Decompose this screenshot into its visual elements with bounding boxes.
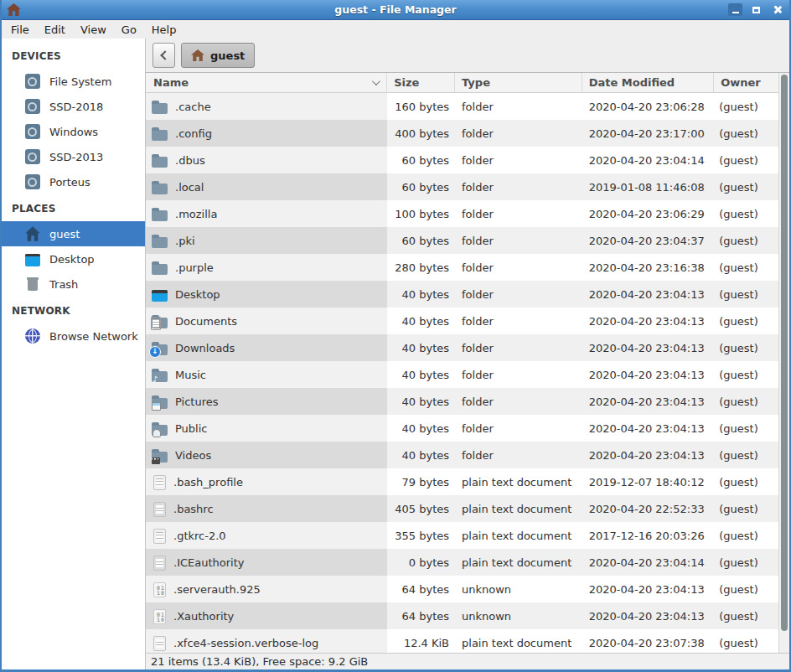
file-row[interactable]: Public 40 bytes folder 2020-04-20 23:04:… [146,415,789,442]
column-header-date-modified[interactable]: Date Modified [582,73,715,92]
file-type-cell: unknown [455,602,582,629]
file-row[interactable]: .local 60 bytes folder 2019-01-08 11:46:… [146,173,789,200]
file-row[interactable]: .bash_profile 79 bytes plain text docume… [146,468,789,495]
desktop-icon [152,290,168,302]
breadcrumb-guest-button[interactable]: guest [181,43,255,68]
file-name-cell[interactable]: .bashrc [146,495,387,522]
file-name-cell[interactable]: Videos [146,442,387,468]
drive-icon [25,124,40,139]
sidebar-item[interactable]: SSD-2018 [2,94,145,119]
file-size-cell: 40 bytes [387,281,455,308]
sidebar-item[interactable]: Trash [2,271,145,297]
file-row[interactable]: .bashrc 405 bytes plain text document 20… [146,495,789,522]
column-header-name[interactable]: Name [146,73,387,92]
file-size-cell: 60 bytes [387,147,455,173]
sidebar-item[interactable]: Porteus [2,169,145,194]
menu-item[interactable]: Help [144,22,184,38]
file-name-cell[interactable]: .mozilla [146,200,387,227]
file-name-cell[interactable]: .xfce4-session.verbose-log [146,629,387,653]
file-name-cell[interactable]: .pki [146,227,387,254]
menu-item[interactable]: Go [114,22,144,38]
file-row[interactable]: Downloads 40 bytes folder 2020-04-20 23:… [146,334,789,361]
file-row[interactable]: Documents 40 bytes folder 2020-04-20 23:… [146,308,789,334]
column-header-row: Name Size Type Date Modified Owner [146,73,789,93]
file-name: .dbus [175,154,205,167]
file-name-cell[interactable]: .Xauthority [146,602,387,629]
maximize-button[interactable] [749,3,763,16]
file-type-cell: folder [455,173,582,200]
file-name-cell[interactable]: .bash_profile [146,468,387,495]
scrollbar-thumb[interactable] [781,75,788,631]
column-header-name-label: Name [153,76,189,89]
file-size-cell: 40 bytes [387,442,455,468]
file-name-cell[interactable]: .purple [146,254,387,281]
sidebar-item[interactable]: Desktop [2,246,145,271]
file-name: .bash_profile [173,476,243,488]
file-row[interactable]: .pki 60 bytes folder 2020-04-20 23:04:37… [146,227,789,254]
file-name: Music [175,369,206,381]
file-row[interactable]: .serverauth.925 64 bytes unknown 2020-04… [146,576,789,602]
sidebar-item[interactable]: File System [2,69,145,94]
file-name-cell[interactable]: .dbus [146,147,387,173]
file-size-cell: 60 bytes [387,173,455,200]
minimize-button[interactable] [728,3,742,16]
menu-item[interactable]: View [73,22,114,38]
file-size-cell: 355 bytes [387,522,455,549]
file-row[interactable]: .gtkrc-2.0 355 bytes plain text document… [146,522,789,549]
sidebar-item[interactable]: Windows [2,119,145,144]
file-name-cell[interactable]: Music [146,361,387,388]
menu-item[interactable]: File [3,22,37,38]
file-name: .Xauthority [173,610,234,623]
sidebar-item-label: SSD-2018 [49,101,103,113]
file-row[interactable]: Music 40 bytes folder 2020-04-20 23:04:1… [146,361,789,388]
drive-icon [25,74,40,89]
vertical-scrollbar[interactable] [778,73,789,653]
file-type-cell: folder [455,281,582,308]
close-icon [773,5,782,14]
file-row[interactable]: .purple 280 bytes folder 2020-04-20 23:1… [146,254,789,281]
file-name-cell[interactable]: .gtkrc-2.0 [146,522,387,549]
file-row[interactable]: .cache 160 bytes folder 2020-04-20 23:06… [146,93,789,120]
folder-icon [152,103,168,114]
sidebar: DEVICES File System SSD-2018 [2,39,146,669]
file-row[interactable]: Pictures 40 bytes folder 2020-04-20 23:0… [146,388,789,415]
sidebar-item[interactable]: SSD-2013 [2,144,145,169]
column-header-type[interactable]: Type [455,73,582,92]
file-name-cell[interactable]: Documents [146,308,387,334]
column-header-size[interactable]: Size [387,73,455,92]
file-row[interactable]: .dbus 60 bytes folder 2020-04-20 23:04:1… [146,147,789,173]
back-icon [160,50,169,59]
window-title: guest - File Manager [2,3,789,16]
file-name-cell[interactable]: .ICEauthority [146,549,387,576]
file-row[interactable]: .xfce4-session.verbose-log 12.4 KiB plai… [146,629,789,653]
home-icon [25,226,40,241]
file-row[interactable]: .config 400 bytes folder 2020-04-20 23:1… [146,120,789,147]
file-name-cell[interactable]: .serverauth.925 [146,576,387,602]
text-icon [153,529,166,544]
titlebar[interactable]: guest - File Manager [2,0,789,20]
window-home-icon [7,3,21,16]
file-row[interactable]: .Xauthority 64 bytes unknown 2020-04-20 … [146,602,789,629]
file-modified-cell: 2020-04-20 23:06:29 [582,200,715,227]
file-name-cell[interactable]: .local [146,173,387,200]
file-name-cell[interactable]: .config [146,120,387,147]
file-row[interactable]: .ICEauthority 0 bytes plain text documen… [146,549,789,576]
file-type-cell: folder [455,308,582,334]
folder-icon [152,130,168,141]
file-row[interactable]: Videos 40 bytes folder 2020-04-20 23:04:… [146,442,789,468]
file-name-cell[interactable]: Downloads [146,334,387,361]
file-name-cell[interactable]: Pictures [146,388,387,415]
file-row[interactable]: .mozilla 100 bytes folder 2020-04-20 23:… [146,200,789,227]
file-name-cell[interactable]: Public [146,415,387,442]
sidebar-item[interactable]: Browse Network [2,323,145,349]
file-name-cell[interactable]: Desktop [146,281,387,308]
file-type-cell: folder [455,361,582,388]
sidebar-item-label: File System [49,75,111,88]
back-button[interactable] [153,43,175,68]
close-button[interactable] [770,3,784,16]
sidebar-item[interactable]: guest [2,221,145,246]
file-row[interactable]: Desktop 40 bytes folder 2020-04-20 23:04… [146,281,789,308]
file-name: .mozilla [175,208,217,220]
file-name-cell[interactable]: .cache [146,93,387,120]
menu-item[interactable]: Edit [37,22,73,38]
